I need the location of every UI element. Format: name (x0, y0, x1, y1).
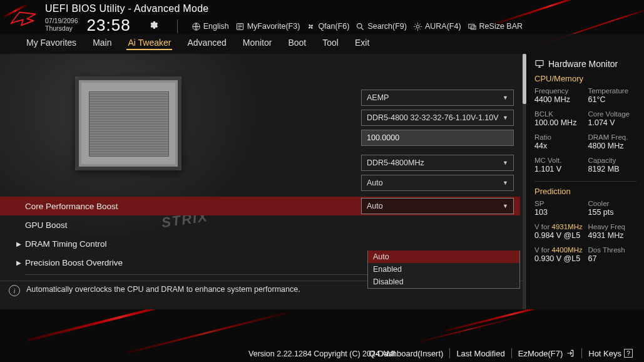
menu-my-favorites[interactable]: My Favorites (25, 36, 78, 50)
rog-logo-icon (9, 9, 38, 28)
core-performance-boost-dropdown[interactable]: Auto▼ (361, 198, 514, 214)
sidebar-title: Hardware Monitor (548, 59, 618, 69)
header-toolbar: English MyFavorite(F3) Qfan(F6) (192, 22, 523, 31)
q-dashboard-button[interactable]: Q-Dashboard(Insert) (369, 349, 443, 358)
resize-bar-button[interactable]: ReSize BAR (468, 22, 523, 31)
header: UEFI BIOS Utility - Advanced Mode 07/19/… (0, 0, 644, 34)
language-button[interactable]: English (192, 22, 229, 31)
core-performance-boost-options[interactable]: Auto Enabled Disabled (367, 251, 520, 289)
footer: Version 2.22.1284 Copyright (C) 2024 AMI… (0, 334, 644, 362)
svg-rect-7 (536, 61, 543, 66)
menu-boot[interactable]: Boot (287, 36, 307, 50)
question-icon: ? (624, 349, 633, 358)
search-icon (355, 22, 365, 31)
row-gpu-boost[interactable]: GPU Boost (0, 215, 520, 234)
myfavorite-button[interactable]: MyFavorite(F3) (235, 22, 300, 31)
chevron-right-icon: ▶ (16, 240, 21, 247)
menu-ai-tweaker[interactable]: Ai Tweaker (126, 36, 172, 50)
menu-main[interactable]: Main (91, 36, 113, 50)
option-auto[interactable]: Auto (368, 251, 519, 263)
fan-icon (306, 22, 315, 31)
search-button[interactable]: Search(F9) (355, 22, 407, 31)
svg-point-2 (310, 26, 312, 27)
aura-button[interactable]: AURA(F4) (413, 22, 461, 31)
option-enabled[interactable]: Enabled (368, 263, 519, 276)
info-text: Automatically overclocks the CPU and DRA… (26, 285, 300, 294)
memory-profile-dropdown[interactable]: DDR5-4800 32-32-32-76-1.10V-1.10V▼ (361, 110, 514, 126)
clock: 23:58 (87, 16, 131, 35)
section-prediction: Prediction (534, 187, 636, 196)
resize-icon (468, 22, 477, 31)
svg-point-4 (416, 25, 419, 28)
info-icon: i (9, 285, 20, 296)
main-menu: My Favorites Main Ai Tweaker Advanced Mo… (0, 34, 644, 54)
svg-rect-6 (471, 26, 476, 29)
main-panel: STRIX AEMP▼ DDR5-4800 32-32-32-76-1.10V-… (0, 54, 526, 309)
ezmode-button[interactable]: EzMode(F7) (518, 349, 576, 358)
option-disabled[interactable]: Disabled (368, 276, 519, 288)
dram-freq-dropdown[interactable]: DDR5-4800MHz▼ (361, 155, 514, 171)
svg-point-3 (357, 23, 362, 28)
menu-exit[interactable]: Exit (354, 36, 371, 50)
aura-icon (413, 22, 422, 31)
svg-rect-5 (468, 24, 474, 28)
globe-icon (192, 22, 201, 31)
menu-tool[interactable]: Tool (321, 36, 340, 50)
auto-dropdown-1[interactable]: Auto▼ (361, 175, 514, 191)
hot-keys-button[interactable]: Hot Keys ? (588, 349, 633, 358)
row-core-performance-boost[interactable]: Core Performance Boost Auto▼ (0, 197, 520, 215)
chevron-right-icon: ▶ (16, 259, 21, 266)
favorite-icon (235, 22, 245, 31)
menu-advanced[interactable]: Advanced (186, 36, 227, 50)
settings-gear-icon[interactable] (148, 20, 158, 30)
hardware-monitor-sidebar: Hardware Monitor CPU/Memory Frequency440… (526, 54, 644, 309)
window-title: UEFI BIOS Utility - Advanced Mode (45, 3, 523, 14)
menu-monitor[interactable]: Monitor (242, 36, 273, 50)
section-cpu-memory: CPU/Memory (534, 74, 636, 83)
date-block: 07/19/2096 Thursday (45, 18, 78, 32)
scrollbar[interactable] (523, 54, 526, 309)
bclk-input[interactable] (361, 130, 514, 146)
last-modified-button[interactable]: Last Modified (456, 349, 504, 358)
qfan-button[interactable]: Qfan(F6) (306, 22, 349, 31)
aemp-dropdown[interactable]: AEMP▼ (361, 90, 514, 106)
monitor-icon (534, 59, 544, 69)
exit-icon (565, 349, 575, 358)
